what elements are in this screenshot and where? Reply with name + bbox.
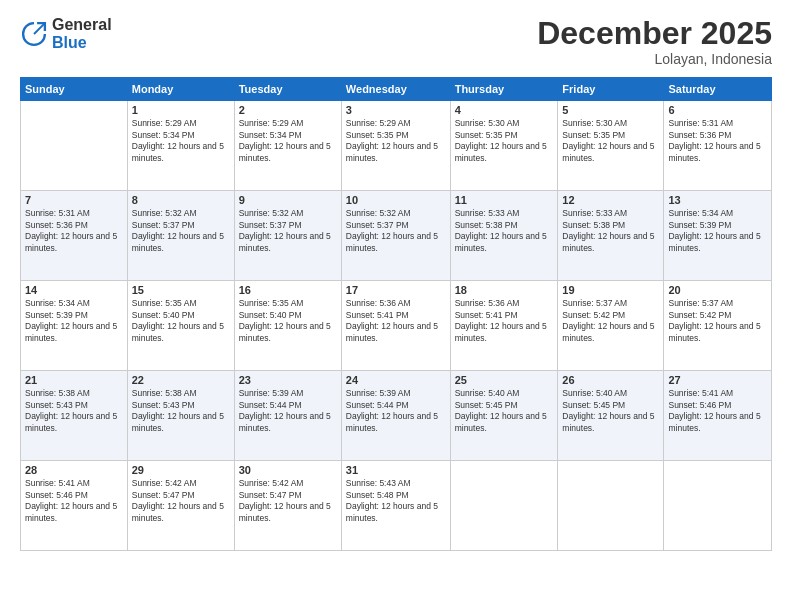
table-row: 11 Sunrise: 5:33 AMSunset: 5:38 PMDaylig… <box>450 191 558 281</box>
day-number: 25 <box>455 374 554 386</box>
day-number: 13 <box>668 194 767 206</box>
calendar-week-row: 14 Sunrise: 5:34 AMSunset: 5:39 PMDaylig… <box>21 281 772 371</box>
table-row: 23 Sunrise: 5:39 AMSunset: 5:44 PMDaylig… <box>234 371 341 461</box>
table-row <box>21 101 128 191</box>
table-row: 17 Sunrise: 5:36 AMSunset: 5:41 PMDaylig… <box>341 281 450 371</box>
table-row: 26 Sunrise: 5:40 AMSunset: 5:45 PMDaylig… <box>558 371 664 461</box>
logo-icon <box>20 20 48 48</box>
table-row: 4 Sunrise: 5:30 AMSunset: 5:35 PMDayligh… <box>450 101 558 191</box>
day-info: Sunrise: 5:31 AMSunset: 5:36 PMDaylight:… <box>668 118 767 164</box>
month-title: December 2025 <box>537 16 772 51</box>
day-info: Sunrise: 5:43 AMSunset: 5:48 PMDaylight:… <box>346 478 446 524</box>
table-row: 10 Sunrise: 5:32 AMSunset: 5:37 PMDaylig… <box>341 191 450 281</box>
day-info: Sunrise: 5:29 AMSunset: 5:34 PMDaylight:… <box>132 118 230 164</box>
day-number: 19 <box>562 284 659 296</box>
day-number: 6 <box>668 104 767 116</box>
table-row: 27 Sunrise: 5:41 AMSunset: 5:46 PMDaylig… <box>664 371 772 461</box>
calendar: Sunday Monday Tuesday Wednesday Thursday… <box>20 77 772 551</box>
col-sunday: Sunday <box>21 78 128 101</box>
day-info: Sunrise: 5:39 AMSunset: 5:44 PMDaylight:… <box>239 388 337 434</box>
day-info: Sunrise: 5:32 AMSunset: 5:37 PMDaylight:… <box>132 208 230 254</box>
col-thursday: Thursday <box>450 78 558 101</box>
day-number: 30 <box>239 464 337 476</box>
table-row: 8 Sunrise: 5:32 AMSunset: 5:37 PMDayligh… <box>127 191 234 281</box>
table-row: 1 Sunrise: 5:29 AMSunset: 5:34 PMDayligh… <box>127 101 234 191</box>
day-number: 23 <box>239 374 337 386</box>
day-info: Sunrise: 5:42 AMSunset: 5:47 PMDaylight:… <box>132 478 230 524</box>
table-row: 28 Sunrise: 5:41 AMSunset: 5:46 PMDaylig… <box>21 461 128 551</box>
day-info: Sunrise: 5:29 AMSunset: 5:34 PMDaylight:… <box>239 118 337 164</box>
day-info: Sunrise: 5:40 AMSunset: 5:45 PMDaylight:… <box>455 388 554 434</box>
table-row: 19 Sunrise: 5:37 AMSunset: 5:42 PMDaylig… <box>558 281 664 371</box>
logo: General Blue <box>20 16 112 52</box>
calendar-header-row: Sunday Monday Tuesday Wednesday Thursday… <box>21 78 772 101</box>
col-friday: Friday <box>558 78 664 101</box>
logo-blue: Blue <box>52 34 87 51</box>
day-number: 28 <box>25 464 123 476</box>
table-row: 6 Sunrise: 5:31 AMSunset: 5:36 PMDayligh… <box>664 101 772 191</box>
logo-general: General <box>52 16 112 33</box>
calendar-week-row: 7 Sunrise: 5:31 AMSunset: 5:36 PMDayligh… <box>21 191 772 281</box>
table-row: 30 Sunrise: 5:42 AMSunset: 5:47 PMDaylig… <box>234 461 341 551</box>
col-saturday: Saturday <box>664 78 772 101</box>
day-info: Sunrise: 5:30 AMSunset: 5:35 PMDaylight:… <box>562 118 659 164</box>
title-block: December 2025 Lolayan, Indonesia <box>537 16 772 67</box>
day-number: 7 <box>25 194 123 206</box>
day-number: 10 <box>346 194 446 206</box>
day-number: 14 <box>25 284 123 296</box>
day-number: 21 <box>25 374 123 386</box>
day-info: Sunrise: 5:37 AMSunset: 5:42 PMDaylight:… <box>668 298 767 344</box>
table-row: 3 Sunrise: 5:29 AMSunset: 5:35 PMDayligh… <box>341 101 450 191</box>
day-number: 8 <box>132 194 230 206</box>
day-number: 27 <box>668 374 767 386</box>
day-info: Sunrise: 5:38 AMSunset: 5:43 PMDaylight:… <box>132 388 230 434</box>
table-row: 2 Sunrise: 5:29 AMSunset: 5:34 PMDayligh… <box>234 101 341 191</box>
day-number: 20 <box>668 284 767 296</box>
day-info: Sunrise: 5:32 AMSunset: 5:37 PMDaylight:… <box>239 208 337 254</box>
day-number: 9 <box>239 194 337 206</box>
day-number: 24 <box>346 374 446 386</box>
table-row: 24 Sunrise: 5:39 AMSunset: 5:44 PMDaylig… <box>341 371 450 461</box>
day-info: Sunrise: 5:32 AMSunset: 5:37 PMDaylight:… <box>346 208 446 254</box>
day-info: Sunrise: 5:41 AMSunset: 5:46 PMDaylight:… <box>668 388 767 434</box>
day-number: 1 <box>132 104 230 116</box>
table-row: 16 Sunrise: 5:35 AMSunset: 5:40 PMDaylig… <box>234 281 341 371</box>
day-info: Sunrise: 5:37 AMSunset: 5:42 PMDaylight:… <box>562 298 659 344</box>
day-info: Sunrise: 5:33 AMSunset: 5:38 PMDaylight:… <box>455 208 554 254</box>
page: General Blue December 2025 Lolayan, Indo… <box>0 0 792 612</box>
table-row <box>450 461 558 551</box>
day-number: 11 <box>455 194 554 206</box>
day-info: Sunrise: 5:35 AMSunset: 5:40 PMDaylight:… <box>132 298 230 344</box>
day-info: Sunrise: 5:36 AMSunset: 5:41 PMDaylight:… <box>346 298 446 344</box>
day-number: 4 <box>455 104 554 116</box>
table-row: 31 Sunrise: 5:43 AMSunset: 5:48 PMDaylig… <box>341 461 450 551</box>
day-info: Sunrise: 5:40 AMSunset: 5:45 PMDaylight:… <box>562 388 659 434</box>
day-number: 5 <box>562 104 659 116</box>
col-wednesday: Wednesday <box>341 78 450 101</box>
day-number: 15 <box>132 284 230 296</box>
table-row: 25 Sunrise: 5:40 AMSunset: 5:45 PMDaylig… <box>450 371 558 461</box>
table-row: 21 Sunrise: 5:38 AMSunset: 5:43 PMDaylig… <box>21 371 128 461</box>
day-info: Sunrise: 5:34 AMSunset: 5:39 PMDaylight:… <box>668 208 767 254</box>
table-row: 7 Sunrise: 5:31 AMSunset: 5:36 PMDayligh… <box>21 191 128 281</box>
day-number: 12 <box>562 194 659 206</box>
table-row: 15 Sunrise: 5:35 AMSunset: 5:40 PMDaylig… <box>127 281 234 371</box>
header: General Blue December 2025 Lolayan, Indo… <box>20 16 772 67</box>
table-row: 13 Sunrise: 5:34 AMSunset: 5:39 PMDaylig… <box>664 191 772 281</box>
calendar-week-row: 1 Sunrise: 5:29 AMSunset: 5:34 PMDayligh… <box>21 101 772 191</box>
day-info: Sunrise: 5:38 AMSunset: 5:43 PMDaylight:… <box>25 388 123 434</box>
day-number: 31 <box>346 464 446 476</box>
day-info: Sunrise: 5:35 AMSunset: 5:40 PMDaylight:… <box>239 298 337 344</box>
col-monday: Monday <box>127 78 234 101</box>
day-info: Sunrise: 5:41 AMSunset: 5:46 PMDaylight:… <box>25 478 123 524</box>
calendar-week-row: 28 Sunrise: 5:41 AMSunset: 5:46 PMDaylig… <box>21 461 772 551</box>
day-info: Sunrise: 5:29 AMSunset: 5:35 PMDaylight:… <box>346 118 446 164</box>
day-number: 3 <box>346 104 446 116</box>
table-row: 14 Sunrise: 5:34 AMSunset: 5:39 PMDaylig… <box>21 281 128 371</box>
table-row: 20 Sunrise: 5:37 AMSunset: 5:42 PMDaylig… <box>664 281 772 371</box>
table-row: 29 Sunrise: 5:42 AMSunset: 5:47 PMDaylig… <box>127 461 234 551</box>
day-number: 17 <box>346 284 446 296</box>
day-number: 22 <box>132 374 230 386</box>
table-row: 9 Sunrise: 5:32 AMSunset: 5:37 PMDayligh… <box>234 191 341 281</box>
day-number: 29 <box>132 464 230 476</box>
